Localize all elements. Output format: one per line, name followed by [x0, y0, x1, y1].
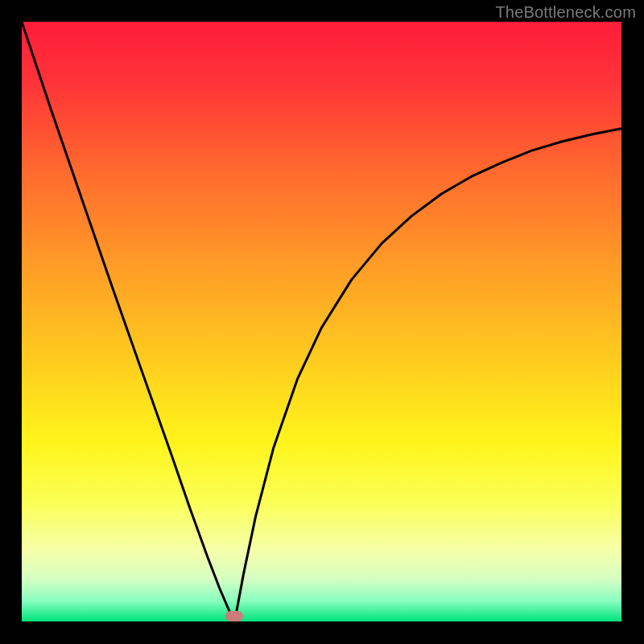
bottleneck-curve	[22, 22, 621, 621]
optimal-point-marker	[225, 611, 243, 621]
watermark-text: TheBottleneck.com	[495, 3, 636, 22]
plot-area	[22, 22, 621, 621]
